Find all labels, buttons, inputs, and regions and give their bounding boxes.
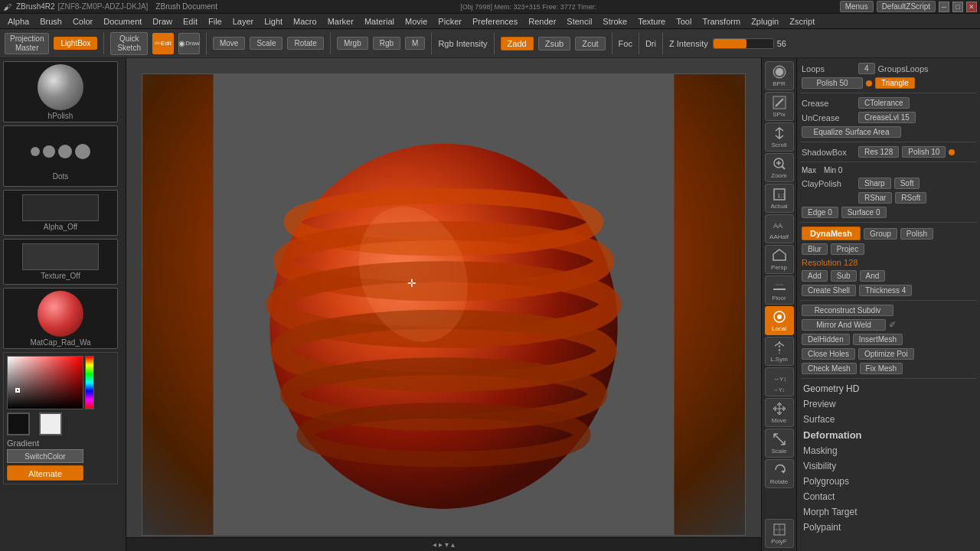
stroke-thumbnail[interactable]: Dots xyxy=(3,126,118,187)
persp-button[interactable]: Persp xyxy=(765,245,794,274)
polish-btn[interactable]: Polish xyxy=(900,228,933,240)
menu-item-stencil[interactable]: Stencil xyxy=(562,16,596,27)
menu-item-layer[interactable]: Layer xyxy=(228,16,259,27)
optimize-poi-btn[interactable]: Optimize Poi xyxy=(858,348,914,360)
surface-0-btn[interactable]: Surface 0 xyxy=(841,207,887,218)
z-intensity-bar[interactable]: 56 xyxy=(713,38,786,49)
menu-item-render[interactable]: Render xyxy=(524,16,560,27)
scale-button[interactable]: Scale xyxy=(250,37,283,50)
polyf-button[interactable]: PolyF xyxy=(765,519,794,548)
reconstruct-subdiv-btn[interactable]: Reconstruct Subdiv xyxy=(802,305,893,316)
canvas-area[interactable]: ✛ ◂ ▸ ▾ ▴ xyxy=(126,58,761,551)
rshar-btn[interactable]: RShar xyxy=(858,192,892,204)
deformation-section[interactable]: Deformation xyxy=(800,427,977,443)
menu-item-file[interactable]: File xyxy=(204,16,227,27)
draw-button[interactable]: ◉ Draw xyxy=(178,33,200,54)
texture-thumbnail[interactable]: Texture_Off xyxy=(3,239,118,285)
actual-button[interactable]: 1:1 Actual xyxy=(765,184,794,213)
menu-item-zplugin[interactable]: Zplugin xyxy=(746,16,783,27)
soft-btn[interactable]: Soft xyxy=(894,178,920,189)
menu-item-preferences[interactable]: Preferences xyxy=(468,16,522,27)
polygroups-section[interactable]: Polygroups xyxy=(800,474,977,489)
foreground-color-swatch[interactable] xyxy=(7,412,30,435)
rgb-button[interactable]: Rgb xyxy=(373,37,400,50)
equalize-btn[interactable]: Equalize Surface Area xyxy=(802,126,901,138)
create-shell-btn[interactable]: Create Shell xyxy=(802,285,856,296)
scroll-button[interactable]: Scroll xyxy=(765,122,794,152)
zoom-button[interactable]: Zoom xyxy=(765,153,794,182)
rsoft-btn[interactable]: RSoft xyxy=(895,192,926,204)
projec-btn[interactable]: Projec xyxy=(831,243,864,255)
close-holes-btn[interactable]: Close Holes xyxy=(802,348,855,360)
dynamesh-btn[interactable]: DynaMesh xyxy=(802,227,861,240)
menu-item-document[interactable]: Document xyxy=(99,16,146,27)
minimize-button[interactable]: ─ xyxy=(939,2,949,12)
lsym-button[interactable]: L.Sym xyxy=(765,337,794,366)
sub-btn[interactable]: Sub xyxy=(831,270,857,282)
maximize-button[interactable]: □ xyxy=(952,2,963,12)
add-btn[interactable]: Add xyxy=(802,270,828,282)
res-128-btn[interactable]: Res 128 xyxy=(858,146,899,158)
projection-master-button[interactable]: Projection Master xyxy=(5,33,49,54)
menu-item-brush[interactable]: Brush xyxy=(35,16,67,27)
menu-item-texture[interactable]: Texture xyxy=(633,16,670,27)
m-button[interactable]: M xyxy=(405,37,425,50)
rotate-button[interactable]: Rotate xyxy=(287,37,323,50)
alpha-thumbnail[interactable]: Alpha_Off xyxy=(3,190,118,236)
menu-item-zscript[interactable]: Zscript xyxy=(785,16,819,27)
menu-item-color[interactable]: Color xyxy=(68,16,97,27)
triangle-btn[interactable]: Triangle xyxy=(875,77,915,89)
canvas-viewport[interactable]: ✛ xyxy=(142,73,746,536)
menu-item-movie[interactable]: Movie xyxy=(400,16,432,27)
alternate-button[interactable]: Alternate xyxy=(7,465,83,481)
scale-vp-button[interactable]: Scale xyxy=(765,429,794,458)
zsub-button[interactable]: Zsub xyxy=(538,37,570,51)
menu-item-edit[interactable]: Edit xyxy=(178,16,202,27)
aahalf-button[interactable]: AA AAHalf xyxy=(765,214,794,243)
thickness-btn[interactable]: Thickness 4 xyxy=(859,285,912,296)
rotate-vp-button[interactable]: Rotate xyxy=(765,459,794,488)
mrgb-button[interactable]: Mrgb xyxy=(337,37,368,50)
zadd-button[interactable]: Zadd xyxy=(501,37,534,51)
mirror-and-weld-btn[interactable]: Mirror And Weld xyxy=(802,319,886,331)
blur-btn[interactable]: Blur xyxy=(802,243,828,255)
fix-mesh-btn[interactable]: Fix Mesh xyxy=(860,363,903,374)
edit-button[interactable]: ✏ Edit xyxy=(152,33,174,54)
xyx-button[interactable]: ↔Y↕ ↔Y↕ xyxy=(765,367,794,396)
surface-section[interactable]: Surface xyxy=(800,412,977,427)
floor-button[interactable]: Floor xyxy=(765,276,794,305)
matcap-thumbnail[interactable]: MatCap_Rad_Wa xyxy=(3,288,118,349)
lightbox-button[interactable]: LightBox xyxy=(54,37,97,50)
preview-section[interactable]: Preview xyxy=(800,396,977,412)
check-mesh-btn[interactable]: Check Mesh xyxy=(802,363,857,374)
polish-10-btn[interactable]: Polish 10 xyxy=(902,146,946,158)
local-button[interactable]: Local xyxy=(765,306,794,335)
menu-item-alpha[interactable]: Alpha xyxy=(3,16,34,27)
group-btn[interactable]: Group xyxy=(864,228,897,240)
color-hue-slider[interactable] xyxy=(85,356,94,409)
insert-mesh-btn[interactable]: InsertMesh xyxy=(853,334,903,345)
menu-item-stroke[interactable]: Stroke xyxy=(598,16,632,27)
masking-section[interactable]: Masking xyxy=(800,443,977,458)
switch-color-btn[interactable]: SwitchColor xyxy=(7,449,114,463)
edge-0-btn[interactable]: Edge 0 xyxy=(802,207,838,218)
background-color-swatch[interactable] xyxy=(39,412,62,435)
color-picker[interactable]: Gradient SwitchColor Alternate xyxy=(3,352,118,484)
quick-sketch-button[interactable]: Quick Sketch xyxy=(110,32,148,55)
menus-button[interactable]: Menus xyxy=(840,1,874,12)
brush-thumbnail[interactable]: hPolish xyxy=(3,61,118,122)
menu-item-transform[interactable]: Transform xyxy=(697,16,745,27)
zcut-button[interactable]: Zcut xyxy=(575,37,605,51)
sharp-btn[interactable]: Sharp xyxy=(858,178,891,189)
menu-item-tool[interactable]: Tool xyxy=(671,16,696,27)
menu-item-draw[interactable]: Draw xyxy=(148,16,177,27)
color-gradient-box[interactable] xyxy=(7,356,83,409)
polypaint-section[interactable]: Polypaint xyxy=(800,520,977,535)
menu-item-marker[interactable]: Marker xyxy=(323,16,358,27)
morph-target-section[interactable]: Morph Target xyxy=(800,504,977,520)
visibility-section[interactable]: Visibility xyxy=(800,458,977,474)
and-btn[interactable]: And xyxy=(860,270,886,282)
spix-button[interactable]: SPix xyxy=(765,92,794,121)
menu-item-light[interactable]: Light xyxy=(260,16,287,27)
loops-value-btn[interactable]: 4 xyxy=(858,63,875,74)
